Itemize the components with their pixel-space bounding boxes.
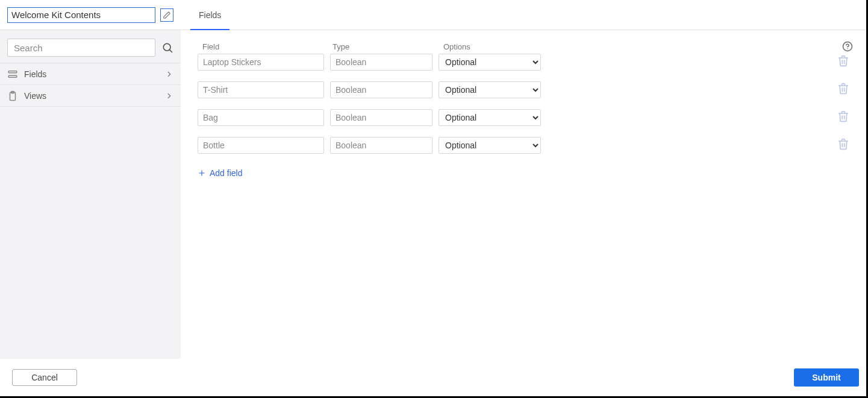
field-name-input[interactable] bbox=[198, 137, 324, 154]
table-row: OptionalRequired bbox=[198, 81, 849, 98]
title-input[interactable] bbox=[7, 7, 155, 23]
field-type-input[interactable] bbox=[330, 137, 432, 154]
submit-button[interactable]: Submit bbox=[794, 368, 859, 387]
fields-icon bbox=[7, 69, 18, 80]
sidebar-item-label: Views bbox=[24, 91, 159, 101]
tabs: Fields bbox=[181, 0, 229, 30]
trash-icon[interactable] bbox=[837, 110, 849, 122]
add-field-label: Add field bbox=[210, 168, 242, 178]
chevron-right-icon bbox=[165, 70, 173, 78]
field-type-input[interactable] bbox=[330, 54, 432, 71]
field-name-input[interactable] bbox=[198, 109, 324, 126]
svg-line-1 bbox=[170, 50, 172, 52]
cancel-button[interactable]: Cancel bbox=[12, 369, 77, 386]
tab-label: Fields bbox=[199, 10, 221, 20]
edit-title-button[interactable] bbox=[160, 8, 173, 22]
header-field: Field bbox=[198, 42, 324, 51]
plus-icon bbox=[198, 169, 206, 177]
header-options: Options bbox=[439, 42, 541, 51]
trash-icon[interactable] bbox=[837, 138, 849, 150]
svg-rect-2 bbox=[8, 71, 17, 72]
table-row: OptionalRequired bbox=[198, 137, 849, 154]
field-options-select[interactable]: OptionalRequired bbox=[439, 109, 541, 126]
search-input[interactable] bbox=[7, 39, 155, 57]
svg-point-0 bbox=[163, 43, 170, 51]
sidebar-item-views[interactable]: Views bbox=[0, 85, 181, 107]
svg-rect-3 bbox=[8, 75, 17, 77]
content-area: Field Type Options OptionalRequiredOptio… bbox=[181, 30, 866, 359]
field-type-input[interactable] bbox=[330, 81, 432, 98]
field-type-input[interactable] bbox=[330, 109, 432, 126]
clipboard-icon bbox=[7, 90, 18, 101]
sidebar: Fields Views bbox=[0, 30, 181, 359]
sidebar-item-label: Fields bbox=[24, 69, 159, 79]
field-name-input[interactable] bbox=[198, 81, 324, 98]
table-header: Field Type Options bbox=[198, 42, 849, 51]
trash-icon[interactable] bbox=[837, 55, 849, 67]
tab-fields[interactable]: Fields bbox=[190, 0, 229, 30]
field-options-select[interactable]: OptionalRequired bbox=[439, 137, 541, 154]
search-icon[interactable] bbox=[161, 42, 173, 54]
field-name-input[interactable] bbox=[198, 54, 324, 71]
table-row: OptionalRequired bbox=[198, 54, 849, 71]
header-type: Type bbox=[330, 42, 432, 51]
add-field-button[interactable]: Add field bbox=[198, 168, 242, 178]
field-options-select[interactable]: OptionalRequired bbox=[439, 54, 541, 71]
pencil-icon bbox=[163, 11, 171, 19]
chevron-right-icon bbox=[165, 92, 173, 100]
table-row: OptionalRequired bbox=[198, 109, 849, 126]
field-options-select[interactable]: OptionalRequired bbox=[439, 81, 541, 98]
footer: Cancel Submit bbox=[0, 359, 866, 396]
trash-icon[interactable] bbox=[837, 83, 849, 95]
top-bar: Fields bbox=[0, 0, 866, 30]
help-icon[interactable] bbox=[842, 41, 853, 52]
sidebar-item-fields[interactable]: Fields bbox=[0, 63, 181, 85]
